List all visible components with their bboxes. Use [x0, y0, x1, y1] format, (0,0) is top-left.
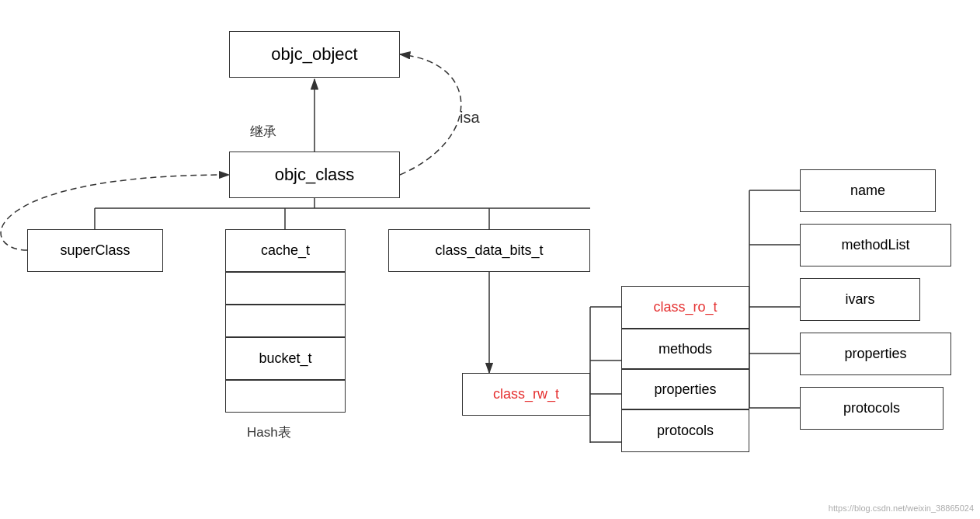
label-objc-object: objc_object [271, 44, 357, 64]
box-class-data-bits-t: class_data_bits_t [388, 229, 590, 272]
diagram: objc_object objc_class superClass cache_… [0, 0, 980, 519]
label-ro-ivars: ivars [845, 291, 874, 308]
box-cache-row1 [225, 272, 346, 305]
label-cache-t: cache_t [261, 242, 310, 259]
label-objc-class: objc_class [275, 165, 355, 185]
box-ro-ivars: ivars [800, 278, 920, 321]
box-rw-protocols: protocols [621, 409, 749, 452]
label-jicheng: 继承 [250, 123, 276, 141]
label-ro-methodlist: methodList [841, 237, 909, 253]
label-rw-protocols: protocols [657, 423, 714, 439]
label-bucket-t: bucket_t [259, 350, 311, 367]
label-rw-methods: methods [659, 341, 712, 357]
box-ro-name: name [800, 169, 936, 212]
label-hash: Hash表 [247, 423, 291, 441]
label-superclass: superClass [60, 242, 130, 259]
box-rw-properties: properties [621, 369, 749, 409]
label-ro-name: name [850, 183, 885, 199]
box-objc-object: objc_object [229, 31, 400, 78]
box-superclass: superClass [27, 229, 163, 272]
label-rw-properties: properties [654, 381, 716, 398]
box-cache-row4 [225, 380, 346, 413]
label-class-rw-t: class_rw_t [493, 386, 559, 402]
box-ro-methodlist: methodList [800, 224, 951, 266]
label-class-data-bits-t: class_data_bits_t [435, 242, 543, 259]
box-ro-properties: properties [800, 333, 951, 375]
label-ro-protocols: protocols [843, 400, 900, 416]
box-ro-protocols: protocols [800, 387, 944, 430]
box-class-rw-t: class_rw_t [462, 373, 590, 416]
box-class-ro-t: class_ro_t [621, 286, 749, 329]
label-isa: isa [460, 109, 480, 127]
watermark: https://blog.csdn.net/weixin_38865024 [829, 503, 974, 513]
label-ro-properties: properties [844, 346, 906, 362]
label-class-ro-t: class_ro_t [653, 299, 717, 315]
box-objc-class: objc_class [229, 152, 400, 198]
box-rw-methods: methods [621, 329, 749, 369]
box-cache-row2 [225, 305, 346, 337]
box-cache-t: cache_t [225, 229, 346, 272]
box-cache-bucket: bucket_t [225, 337, 346, 380]
